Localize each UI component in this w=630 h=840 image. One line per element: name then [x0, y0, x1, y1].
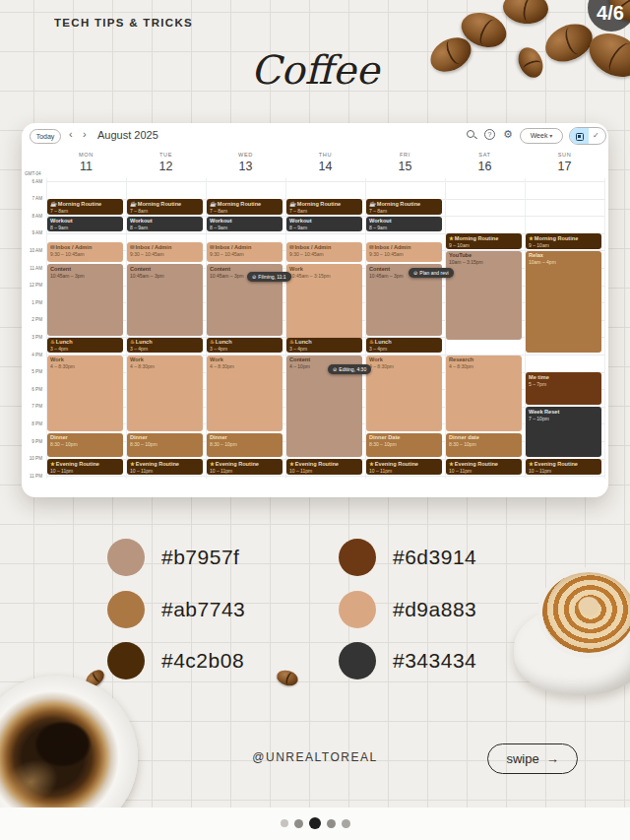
calendar-event[interactable]: ★Evening Routine10 – 11pm — [286, 459, 362, 475]
date-number[interactable]: 16 — [445, 160, 525, 173]
calendar-event[interactable]: ☕Morning Routine7 – 8am — [127, 199, 203, 215]
gear-icon[interactable]: ⚙ — [503, 128, 513, 140]
event-icon: ✉ — [369, 244, 374, 250]
event-title: ★Evening Routine — [289, 461, 359, 468]
calendar-event[interactable]: ✉Inbox / Admin9:30 – 10:45am — [47, 242, 123, 262]
calendar-app-window: Today ‹ › August 2025 ? ⚙ Week ▾ ✓ GMT-0… — [22, 123, 608, 497]
pagination-dot[interactable] — [327, 819, 336, 828]
help-icon[interactable]: ? — [484, 129, 495, 140]
palette-swatch: #343434 — [339, 642, 476, 679]
date-number[interactable]: 17 — [525, 160, 604, 173]
calendar-event[interactable]: ✉Inbox / Admin9:30 – 10:45am — [366, 242, 442, 262]
event-time: 10 – 11pm — [210, 468, 280, 474]
tasks-check-icon[interactable]: ✓ — [593, 131, 599, 140]
calendar-event[interactable]: Work4 – 8:30pm — [47, 355, 123, 431]
event-time: 8:30 – 10pm — [130, 441, 200, 447]
calendar-event[interactable]: ♨Lunch3 – 4pm — [47, 338, 123, 354]
calendar-event[interactable]: Workout8 – 9am — [47, 217, 123, 232]
calendar-event[interactable]: Workout8 – 9am — [366, 217, 442, 232]
day-header-tue[interactable]: TUE12 — [126, 152, 206, 173]
event-title: ✉Inbox / Admin — [130, 244, 200, 251]
date-number[interactable]: 15 — [365, 160, 445, 173]
calendar-event[interactable]: Work4 – 8:30pm — [207, 355, 283, 431]
today-button[interactable]: Today — [30, 129, 61, 144]
view-selector-dropdown[interactable]: Week ▾ — [520, 128, 563, 144]
calendar-event[interactable]: Dinner Date8:30 – 10pm — [366, 433, 442, 457]
calendar-event[interactable]: ✉Inbox / Admin9:30 – 10:45am — [207, 242, 283, 262]
pagination-dot-active[interactable] — [309, 817, 321, 829]
day-header-sun[interactable]: SUN17 — [525, 152, 604, 173]
calendar-event[interactable]: Content10:45am – 3pm — [127, 264, 203, 336]
calendar-event[interactable]: ☕Morning Routine7 – 8am — [286, 199, 362, 215]
calendar-event[interactable]: ♨Lunch3 – 4pm — [366, 338, 442, 354]
calendar-event[interactable]: ★Morning Routine9 – 10am — [446, 233, 522, 249]
calendar-event[interactable]: ★Evening Routine10 – 11pm — [127, 459, 203, 475]
calendar-event[interactable]: ★Evening Routine10 – 11pm — [366, 459, 442, 475]
slash-circle-icon: ⊘ — [252, 274, 256, 280]
day-header-thu[interactable]: THU14 — [285, 152, 365, 173]
calendar-event[interactable]: Research4 – 8:30pm — [446, 355, 522, 431]
calendar-event[interactable]: ♨Lunch3 – 4pm — [286, 338, 362, 354]
pagination-dot[interactable] — [342, 819, 350, 828]
calendar-event[interactable]: Relax10am – 4pm — [526, 251, 601, 354]
date-number[interactable]: 11 — [46, 160, 126, 173]
task-chip[interactable]: ⊘Plan and revi — [409, 268, 454, 278]
event-icon: ✉ — [210, 244, 215, 250]
calendar-event[interactable]: Dinner8:30 – 10pm — [47, 433, 123, 457]
calendar-event[interactable]: Dinner8:30 – 10pm — [127, 433, 203, 457]
date-number[interactable]: 13 — [206, 160, 285, 173]
calendar-event[interactable]: Work4 – 8:30pm — [366, 355, 442, 431]
calendar-event[interactable]: YouTube10am – 3:15pm — [446, 251, 522, 340]
search-icon[interactable] — [467, 130, 474, 138]
calendar-event[interactable]: ★Evening Routine10 – 11pm — [207, 459, 283, 475]
calendar-event[interactable]: ♨Lunch3 – 4pm — [207, 338, 283, 354]
calendar-view-toggle[interactable] — [570, 128, 589, 145]
day-header-sat[interactable]: SAT16 — [445, 152, 525, 173]
calendar-event[interactable]: ☕Morning Routine7 – 8am — [47, 199, 123, 215]
calendar-event[interactable]: ★Evening Routine10 – 11pm — [526, 459, 601, 475]
event-time: 10 – 11pm — [130, 468, 200, 474]
calendar-event[interactable]: Dinner date8:30 – 10pm — [446, 433, 522, 457]
event-time: 9:30 – 10:45am — [289, 251, 359, 257]
event-title: Research — [449, 356, 519, 363]
day-header-fri[interactable]: FRI15 — [365, 152, 445, 173]
calendar-event[interactable]: Workout8 – 9am — [286, 217, 362, 232]
calendar-event[interactable]: ★Morning Routine9 – 10am — [526, 233, 601, 249]
calendar-event[interactable]: ♨Lunch3 – 4pm — [127, 338, 203, 354]
hour-label: 7 PM — [22, 404, 42, 409]
date-number[interactable]: 14 — [285, 160, 365, 173]
date-number[interactable]: 12 — [126, 160, 206, 173]
day-header-wed[interactable]: WED13 — [206, 152, 285, 173]
calendar-event[interactable]: ✉Inbox / Admin9:30 – 10:45am — [127, 242, 203, 262]
event-time: 8 – 9am — [50, 225, 120, 230]
calendar-event[interactable]: ☕Morning Routine7 – 8am — [366, 199, 442, 215]
calendar-event[interactable]: Dinner8:30 – 10pm — [207, 433, 283, 457]
event-title: ♨Lunch — [210, 339, 280, 346]
task-chip[interactable]: ⊘Editing, 4:30 — [328, 364, 371, 374]
calendar-event[interactable]: Workout8 – 9am — [207, 217, 283, 232]
calendar-event[interactable]: Me time5 – 7pm — [526, 372, 601, 405]
calendar-tasks-toggle[interactable]: ✓ — [569, 127, 606, 145]
calendar-event[interactable]: ★Evening Routine10 – 11pm — [47, 459, 123, 475]
hour-label: 5 PM — [22, 369, 42, 374]
calendar-event[interactable]: Work4 – 8:30pm — [127, 355, 203, 431]
pagination-dot[interactable] — [294, 819, 303, 828]
calendar-event[interactable]: ✉Inbox / Admin9:30 – 10:45am — [286, 242, 362, 262]
event-icon: ☕ — [210, 201, 217, 207]
calendar-event[interactable]: Work10:45am – 3:15pm — [286, 264, 362, 340]
calendar-event[interactable]: Week Reset7 – 10pm — [526, 407, 601, 457]
task-chip[interactable]: ⊘Filming, 11:1 — [247, 272, 291, 282]
calendar-event[interactable]: Workout8 – 9am — [127, 217, 203, 232]
event-time: 9:30 – 10:45am — [210, 251, 280, 257]
prev-week-button[interactable]: ‹ — [69, 128, 73, 140]
day-header-mon[interactable]: MON11 — [46, 152, 126, 173]
swipe-button[interactable]: swipe → — [487, 743, 578, 774]
pagination-dot[interactable] — [281, 819, 288, 827]
next-week-button[interactable]: › — [83, 128, 87, 140]
swatch-hex-label: #b7957f — [161, 546, 239, 569]
carousel-slide: TECH TIPS & TRICKS 4/6 Coffee Today ‹ › … — [0, 0, 630, 840]
calendar-event[interactable]: ★Evening Routine10 – 11pm — [446, 459, 522, 475]
calendar-event[interactable]: ☕Morning Routine7 – 8am — [207, 199, 283, 215]
calendar-event[interactable]: Content10:45am – 3pm — [47, 264, 123, 336]
event-time: 7 – 8am — [50, 208, 120, 214]
